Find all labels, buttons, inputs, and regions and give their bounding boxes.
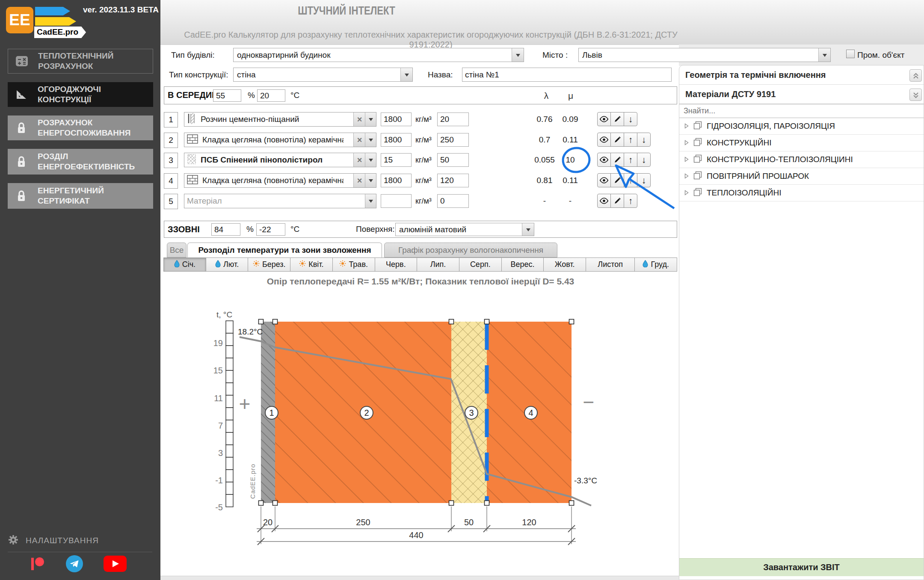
name-input[interactable]	[462, 68, 672, 82]
tree-item-hydro-insulation[interactable]: ГІДРОІЗОЛЯЦІЯ, ПАРОІЗОЛЯЦІЯ	[679, 118, 924, 135]
view-button[interactable]	[597, 112, 611, 126]
sidebar-item-enclosing-structures[interactable]: ОГОРОДЖУЮЧІ КОНСТРУКЦІЇ	[8, 82, 153, 107]
chevron-down-icon[interactable]	[512, 48, 524, 62]
layer-handle[interactable]	[569, 320, 574, 324]
view-button[interactable]	[597, 173, 611, 187]
chevron-down-icon[interactable]	[365, 153, 376, 167]
thickness-input[interactable]	[437, 153, 469, 167]
tree-item-structural-insulating[interactable]: КОНСТРУКЦІИНО-ТЕПЛОІЗОЛЯЦІИНІ	[679, 151, 924, 168]
sidebar-item-energy-efficiency[interactable]: РОЗДІЛ ЕНЕРГОЕФЕКТИВНІСТЬ	[8, 149, 153, 175]
clear-material-button[interactable]: ×	[353, 174, 365, 187]
month-tab-7[interactable]: Лип.	[417, 257, 459, 272]
expand-triangle-icon[interactable]	[684, 172, 689, 181]
layer-handle[interactable]	[259, 501, 264, 506]
move-down-button[interactable]: ↓	[637, 133, 651, 147]
chevron-down-icon[interactable]	[365, 112, 376, 126]
youtube-icon[interactable]	[104, 556, 127, 572]
expand-triangle-icon[interactable]	[684, 121, 689, 131]
expand-triangle-icon[interactable]	[684, 155, 689, 164]
sidebar-item-thermal-calculation[interactable]: ТЕПЛОТЕХНІЧНИЙ РОЗРАХУНОК	[8, 49, 153, 74]
horizontal-scrollbar[interactable]	[160, 576, 679, 580]
inside-temperature-input[interactable]	[257, 89, 285, 102]
edit-button[interactable]	[610, 173, 624, 187]
layer-handle[interactable]	[273, 501, 278, 506]
collapse-geometry-button[interactable]	[909, 69, 922, 82]
thickness-input[interactable]	[437, 133, 469, 147]
layer-handle[interactable]	[485, 501, 489, 506]
move-up-button[interactable]: ↑	[624, 133, 637, 147]
material-select[interactable]: Кладка цегляна (повнотіла) керамічна на …	[184, 173, 376, 188]
materials-section-header[interactable]: Матеріали ДСТУ 9191	[679, 85, 924, 104]
density-input[interactable]	[381, 194, 412, 208]
layer-handle[interactable]	[449, 320, 454, 324]
move-up-button[interactable]: ↑	[624, 173, 637, 187]
move-down-button[interactable]: ↓	[637, 173, 651, 187]
materials-search-input[interactable]	[679, 104, 924, 118]
month-tab-9[interactable]: Верес.	[501, 257, 544, 272]
sidebar-item-energy-consumption[interactable]: РОЗРАХУНОК ЕНЕРГОСПОЖИВАННЯ	[8, 115, 153, 140]
tab-moisture-graph[interactable]: Графік розрахунку вологонакопичення	[384, 243, 557, 257]
move-up-button[interactable]: ↑	[624, 194, 637, 208]
move-down-button[interactable]: ↓	[637, 153, 651, 167]
clear-material-button[interactable]: ×	[353, 133, 365, 147]
tree-item-structural[interactable]: КОНСТРУКЦІЙНІ	[679, 135, 924, 151]
download-report-button[interactable]: Завантажити ЗВІТ	[679, 558, 924, 576]
material-select[interactable]: Розчин цементно-піщаний ×	[184, 112, 376, 127]
month-tab-12[interactable]: Груд.	[634, 257, 677, 272]
settings-button[interactable]: НАЛАШТУВАННЯ	[8, 531, 110, 550]
outside-humidity-input[interactable]	[211, 223, 240, 236]
expand-triangle-icon[interactable]	[684, 138, 689, 148]
inside-humidity-input[interactable]	[213, 89, 241, 102]
clear-material-button[interactable]: ×	[353, 153, 365, 167]
month-tab-5[interactable]: Трав.	[332, 257, 375, 272]
expand-materials-button[interactable]	[909, 89, 922, 101]
material-select[interactable]: Матеріал	[184, 194, 376, 208]
density-input[interactable]	[381, 153, 412, 167]
chevron-down-icon[interactable]	[365, 194, 376, 208]
view-button[interactable]	[597, 194, 611, 208]
chevron-down-icon[interactable]	[400, 68, 412, 81]
move-down-button[interactable]: ↓	[624, 112, 637, 126]
material-select[interactable]: ПСБ Спінений пінополістирол ×	[184, 153, 376, 167]
month-tab-1[interactable]: Січ.	[163, 257, 206, 272]
edit-button[interactable]	[610, 112, 624, 126]
month-tab-4[interactable]: Квіт.	[290, 257, 333, 272]
month-tab-6[interactable]: Черв.	[375, 257, 418, 272]
surface-select[interactable]: алюміній матовий	[395, 223, 534, 236]
density-input[interactable]	[381, 133, 412, 147]
month-tab-8[interactable]: Серп.	[459, 257, 502, 272]
city-select[interactable]: Львів	[578, 48, 831, 62]
outside-temperature-input[interactable]	[256, 223, 285, 236]
expand-triangle-icon[interactable]	[684, 188, 689, 198]
edit-button[interactable]	[610, 153, 624, 167]
construction-type-select[interactable]: стіна	[233, 68, 413, 82]
layer-handle[interactable]	[259, 320, 264, 324]
density-input[interactable]	[381, 174, 412, 187]
tree-item-air-gap[interactable]: ПОВІТРЯНИЙ ПРОШАРОК	[679, 168, 924, 185]
edit-button[interactable]	[610, 194, 624, 208]
telegram-icon[interactable]	[66, 555, 83, 572]
thickness-input[interactable]	[437, 174, 469, 187]
app-logo[interactable]: EE	[6, 7, 33, 33]
material-select[interactable]: Кладка цегляна (повнотіла) керамічна на …	[184, 133, 376, 147]
edit-button[interactable]	[610, 133, 624, 147]
tree-item-insulating[interactable]: ТЕПЛОІЗОЛЯЦІЙНІ	[679, 185, 924, 201]
tab-all[interactable]: Все	[167, 243, 187, 257]
month-tab-10[interactable]: Жовт.	[543, 257, 586, 272]
view-button[interactable]	[597, 133, 611, 147]
layer-handle[interactable]	[273, 320, 278, 324]
sidebar-item-energy-certificate[interactable]: ЕНЕРГЕТИЧНИЙ СЕРТИФІКАТ	[8, 183, 153, 209]
industrial-object-checkbox[interactable]	[846, 50, 855, 58]
month-tab-11[interactable]: Листоп	[586, 257, 635, 272]
chevron-down-icon[interactable]	[522, 223, 534, 236]
clear-material-button[interactable]: ×	[353, 112, 365, 126]
layer-handle[interactable]	[449, 501, 454, 506]
month-tab-2[interactable]: Лют.	[206, 257, 249, 272]
move-up-button[interactable]: ↑	[624, 153, 637, 167]
month-tab-3[interactable]: Берез.	[248, 257, 290, 272]
geometry-section-header[interactable]: Геометрія та термічні включення	[679, 65, 924, 85]
chevron-down-icon[interactable]	[818, 48, 830, 62]
building-type-select[interactable]: одноквартирний будинок	[233, 48, 524, 62]
thickness-input[interactable]	[437, 194, 469, 208]
chevron-down-icon[interactable]	[365, 133, 376, 147]
